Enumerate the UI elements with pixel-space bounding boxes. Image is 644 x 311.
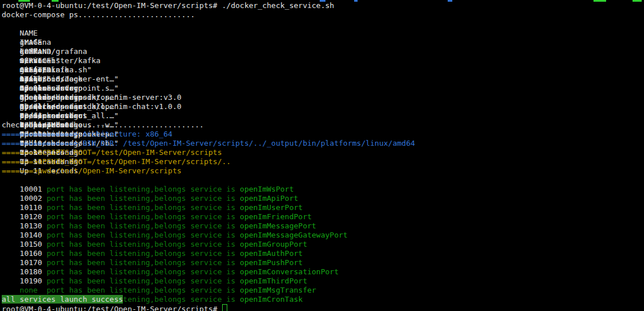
port-sentence: port has been listening,belongs service …	[46, 231, 235, 239]
text-fragment	[633, 0, 642, 2]
port-service-name: openImMsgTransfer	[235, 286, 316, 294]
text-fragment	[52, 0, 59, 2]
terminal-window[interactable]: root@VM-0-4-ubuntu:/test/Open-IM-Server/…	[0, 0, 644, 311]
port-number: 10110	[20, 203, 46, 212]
prompt-with-command: root@VM-0-4-ubuntu:/test/Open-IM-Server/…	[2, 1, 334, 10]
port-sentence: port has been listening,belongs service …	[46, 185, 235, 193]
port-service-name: openImCronTask	[235, 295, 302, 304]
container-name: minio	[20, 56, 110, 65]
port-number: 10150	[20, 240, 46, 249]
port-check-list: 10001port has been listening,belongs ser…	[2, 176, 644, 295]
port-service-name: openImFriendPort	[235, 212, 312, 221]
openim-root-line: =======>OPENIM_ROOT=/test/Open-IM-Server…	[2, 157, 644, 166]
port-number: none	[20, 286, 46, 295]
port-service-name: openImUserPort	[235, 203, 302, 212]
container-name: openim_chat	[20, 93, 110, 102]
architecture-value: Architecture: x86_64	[83, 130, 173, 138]
port-status-line: 10001port has been listening,belongs ser…	[2, 176, 644, 185]
terminal-cursor	[222, 304, 227, 311]
port-number: 10140	[20, 231, 46, 240]
text-fragment	[593, 0, 606, 2]
container-name: mongo	[20, 65, 110, 75]
blue-arrow: ================>	[2, 130, 83, 138]
port-number: 10170	[20, 258, 46, 267]
container-name: redis	[20, 111, 110, 120]
port-number: 10120	[20, 212, 46, 221]
text-fragment	[354, 0, 358, 2]
port-service-name: openImAuthPort	[235, 249, 302, 258]
port-sentence: port has been listening,belongs service …	[46, 258, 235, 267]
port-sentence: port has been listening,belongs service …	[46, 277, 235, 285]
port-sentence: port has been listening,belongs service …	[46, 267, 235, 276]
architecture-line: ================> Architecture: x86_64	[2, 130, 644, 139]
container-name: kafka	[20, 47, 110, 56]
port-sentence: port has been listening,belongs service …	[46, 203, 235, 212]
port-service-name: openImWsPort	[235, 185, 294, 193]
check-openim-line: check OpenIM............................…	[2, 120, 644, 130]
success-badge: all services launch success	[2, 295, 123, 304]
docker-compose-ps-line: docker-compose ps.......................…	[2, 10, 644, 20]
bindir-line: ================> BIN_DIR: /test/Open-IM…	[2, 139, 644, 148]
bindir-value: BIN_DIR: /test/Open-IM-Server/scripts/..…	[83, 139, 415, 147]
port-sentence: port has been listening,belongs service …	[46, 194, 235, 203]
port-number: 10002	[20, 194, 46, 203]
port-sentence: port has been listening,belongs service …	[46, 221, 235, 230]
container-name: grafana	[20, 38, 110, 47]
header-name: NAME	[20, 29, 110, 38]
port-sentence: port has been listening,belongs service …	[46, 249, 235, 258]
port-service-name: openImMessagePort	[235, 221, 316, 230]
container-name: openim-server	[20, 84, 110, 93]
text-fragment	[320, 0, 325, 2]
port-number: 10001	[20, 185, 46, 194]
port-sentence: port has been listening,belongs service …	[46, 240, 235, 248]
port-number: 10190	[20, 277, 46, 286]
scripts-root-line: =======>SCRIPTS_ROOT=/test/Open-IM-Serve…	[2, 148, 644, 157]
port-service-name: openImApiPort	[235, 194, 298, 203]
port-service-name: openImGroupPort	[235, 240, 307, 248]
port-service-name: openImThirdPort	[235, 277, 307, 285]
container-name: mysql	[20, 75, 110, 84]
port-sentence: port has been listening,belongs service …	[46, 212, 235, 221]
shell-prompt-command: root@VM-0-4-ubuntu:/test/Open-IM-Server/…	[2, 1, 644, 10]
text-fragment	[448, 0, 452, 2]
success-line: all services launch success	[2, 295, 644, 304]
table-header-row: NAME IMAGE COMMAND SERVICE CREATED STATU…	[2, 20, 644, 29]
port-number: 10180	[20, 267, 46, 277]
port-service-name: openImMessageGatewayPort	[235, 231, 348, 239]
shell-prompt-idle: root@VM-0-4-ubuntu:/test/Open-IM-Server/…	[2, 304, 644, 311]
text-fragment	[18, 0, 30, 2]
port-sentence: port has been listening,belongs service …	[46, 286, 235, 294]
prompt-text: root@VM-0-4-ubuntu:/test/Open-IM-Server/…	[2, 305, 222, 311]
port-number: 10160	[20, 249, 46, 258]
pwd-line: =======>pwd=/test/Open-IM-Server/scripts	[2, 166, 644, 176]
container-table: grafana grafana/grafana "/run.sh" grafan…	[2, 29, 644, 120]
port-number: 10130	[20, 221, 46, 231]
port-service-name: openImConversationPort	[235, 267, 339, 276]
port-service-name: openImPushPort	[235, 258, 302, 267]
container-name: prometheus	[20, 102, 110, 111]
blue-arrow: ================>	[2, 139, 83, 147]
